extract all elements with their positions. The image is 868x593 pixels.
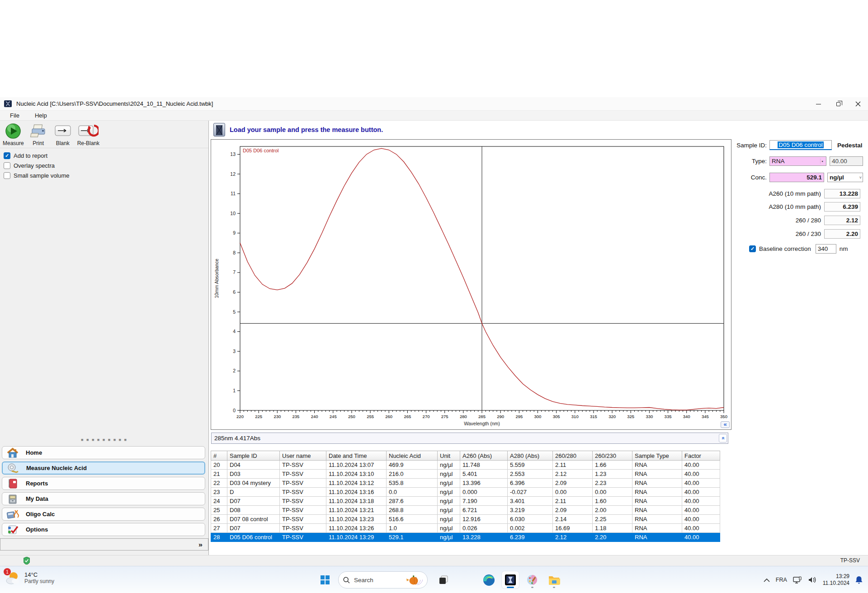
table-column-header[interactable]: 260/230 <box>593 451 632 461</box>
sample-id-label: Sample ID: <box>734 142 767 149</box>
table-cell: 11.10.2024 13:29 <box>326 533 387 542</box>
table-row[interactable]: 21D03TP-SSV11.10.2024 13:10216.0ng/µl5.4… <box>211 470 720 479</box>
sidebar-item-measure-nucleic-acid[interactable]: Measure Nucleic Acid <box>2 461 205 475</box>
menu-help[interactable]: Help <box>33 112 49 119</box>
search-icon <box>343 577 350 584</box>
baseline-correction-checkbox[interactable] <box>749 245 756 252</box>
sidebar-item-oligo-calc[interactable]: Oligo Calc <box>2 508 205 521</box>
ratio-260-230-row: 260 / 230 2.20 <box>734 229 860 239</box>
volume-icon[interactable] <box>808 576 817 584</box>
table-column-header[interactable]: Nucleic Acid <box>387 451 438 461</box>
table-header-row[interactable]: #Sample IDUser nameDate and TimeNucleic … <box>211 451 720 461</box>
blank-button[interactable]: Blank <box>53 123 73 146</box>
table-column-header[interactable]: Date and Time <box>326 451 387 461</box>
svg-text:280: 280 <box>460 414 467 419</box>
table-cell: TP-SSV <box>280 461 326 470</box>
table-column-header[interactable]: User name <box>280 451 326 461</box>
network-icon[interactable] <box>793 576 802 584</box>
sidebar-item-home[interactable]: Home <box>2 446 205 459</box>
table-column-header[interactable]: 260/280 <box>553 451 593 461</box>
table-row[interactable]: 22D03 04 mysteryTP-SSV11.10.2024 13:1253… <box>211 479 720 488</box>
table-column-header[interactable]: Sample ID <box>227 451 280 461</box>
measure-options: Add to report Overlay spectra Small samp… <box>0 148 208 183</box>
clock[interactable]: 13:29 11.10.2024 <box>823 573 849 587</box>
menu-file[interactable]: File <box>8 112 21 119</box>
table-row[interactable]: 26D07 08 controlTP-SSV11.10.2024 13:2351… <box>211 515 720 524</box>
minimize-button[interactable] <box>808 97 828 111</box>
table-column-header[interactable]: A280 (Abs) <box>508 451 553 461</box>
ratio-260-230-field: 2.20 <box>824 229 860 239</box>
paint-app-button[interactable] <box>524 571 541 588</box>
table-column-header[interactable]: Factor <box>682 451 720 461</box>
overlay-spectra-option[interactable]: Overlay spectra <box>4 162 205 169</box>
table-column-header[interactable]: A260 (Abs) <box>460 451 508 461</box>
halloween-pumpkin-icon <box>406 574 423 586</box>
svg-text:330: 330 <box>646 414 653 419</box>
sidebar-item-options[interactable]: Options <box>2 523 205 536</box>
table-cell: 11.10.2024 13:16 <box>326 488 387 497</box>
overlay-spectra-checkbox[interactable] <box>4 162 10 169</box>
search-box[interactable]: Search <box>338 571 428 588</box>
notification-bell-icon[interactable] <box>855 576 863 584</box>
sidebar-item-reports[interactable]: Reports <box>2 477 205 490</box>
splitter-grip[interactable]: ■ ■ ■ ■ ■ ■ ■ ■ ■ <box>0 438 208 441</box>
svg-text:305: 305 <box>553 414 560 419</box>
conc-label: Conc. <box>734 174 767 181</box>
table-cell: 40.00 <box>682 488 720 497</box>
conc-field[interactable]: 529.1 <box>769 173 824 182</box>
keyboard-language[interactable]: FRA <box>776 577 787 583</box>
blank-label: Blank <box>56 140 70 146</box>
svg-text:345: 345 <box>702 414 709 419</box>
print-button[interactable]: Print <box>28 123 48 146</box>
type-factor-field[interactable]: 40.00 <box>830 156 863 166</box>
paint-icon <box>526 574 538 586</box>
table-row[interactable]: 25D08TP-SSV11.10.2024 13:21268.8ng/µl6.7… <box>211 506 720 515</box>
results-table[interactable]: #Sample IDUser nameDate and TimeNucleic … <box>211 451 720 542</box>
table-cell: 6.030 <box>508 515 553 524</box>
reblank-button[interactable]: Re-Blank <box>77 123 99 146</box>
file-explorer-button[interactable] <box>545 571 562 588</box>
restore-button[interactable] <box>828 97 848 111</box>
folder-icon <box>548 574 560 585</box>
table-cell: 2.12 <box>553 470 593 479</box>
sample-id-input[interactable]: D05 D06 control <box>769 140 832 150</box>
table-cell: TP-SSV <box>280 524 326 533</box>
close-button[interactable] <box>848 97 868 111</box>
weather-widget[interactable]: 1 14°C Partly sunny <box>5 570 54 586</box>
cursor-readout-text: 285nm 4.417Abs <box>214 435 260 442</box>
tray-expand-chevron-icon[interactable] <box>764 578 770 582</box>
small-sample-volume-option[interactable]: Small sample volume <box>4 172 205 179</box>
status-expand-button[interactable]: » <box>719 434 727 442</box>
start-button[interactable] <box>316 571 334 588</box>
table-row[interactable]: 20D04TP-SSV11.10.2024 13:07469.9ng/µl11.… <box>211 461 720 470</box>
table-row[interactable]: 24D07TP-SSV11.10.2024 13:18287.6ng/µl7.1… <box>211 497 720 506</box>
printer-icon <box>30 123 47 139</box>
spectrum-chart[interactable]: 2202252302352402452502552602652702752802… <box>211 139 731 430</box>
table-row[interactable]: 23DTP-SSV11.10.2024 13:160.0ng/µl0.000-0… <box>211 488 720 497</box>
table-column-header[interactable]: Unit <box>438 451 460 461</box>
measure-button[interactable]: Measure <box>3 123 24 146</box>
chart-collapse-button[interactable]: « <box>721 421 730 428</box>
baseline-wavelength-field[interactable]: 340 <box>816 244 836 254</box>
small-sample-volume-checkbox[interactable] <box>4 172 10 179</box>
add-to-report-checkbox[interactable] <box>4 152 10 159</box>
conc-unit-select[interactable]: ng/µl ˅ <box>827 173 863 182</box>
sidebar-item-label: Oligo Calc <box>26 511 55 518</box>
sidebar-item-my-data[interactable]: My Data <box>2 492 205 505</box>
task-view-button[interactable] <box>435 571 452 588</box>
table-column-header[interactable]: # <box>211 451 227 461</box>
table-row[interactable]: 28D05 D06 controlTP-SSV11.10.2024 13:295… <box>211 533 720 542</box>
sidebar-collapse-button[interactable]: » <box>198 541 203 548</box>
table-column-header[interactable]: Sample Type <box>632 451 682 461</box>
table-row[interactable]: 27D07TP-SSV11.10.2024 13:261.0ng/µl0.026… <box>211 524 720 533</box>
search-placeholder: Search <box>354 577 401 584</box>
svg-text:5: 5 <box>233 309 236 315</box>
add-to-report-option[interactable]: Add to report <box>4 152 205 159</box>
table-cell: D <box>227 488 280 497</box>
nucleic-acid-app-button[interactable] <box>502 571 519 588</box>
sidebar-footer: » <box>0 538 208 551</box>
svg-text:350: 350 <box>720 414 727 419</box>
type-select[interactable]: RNA ▼ <box>769 156 826 166</box>
edge-browser-button[interactable] <box>480 571 497 588</box>
table-cell: 1.60 <box>593 497 632 506</box>
